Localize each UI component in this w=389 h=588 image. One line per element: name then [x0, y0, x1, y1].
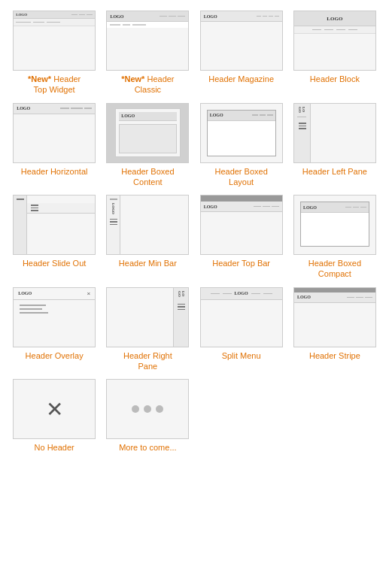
item-boxed-compact[interactable]: LOGO Header BoxedCompact: [291, 195, 378, 280]
label-boxed-compact: Header BoxedCompact: [308, 258, 361, 280]
item-no-header[interactable]: ✕ No Header: [11, 379, 98, 453]
dots-container: [132, 405, 163, 413]
item-magazine[interactable]: LOGO Header Magazine: [198, 11, 285, 95]
thumb-right-pane[interactable]: LOGO: [106, 287, 189, 347]
layout-grid: LOGO *New* HeaderTop Widget LOGO: [8, 8, 381, 456]
item-top-widget[interactable]: LOGO *New* HeaderTop Widget: [11, 11, 98, 95]
label-classic: *New* HeaderClassic: [121, 74, 174, 95]
label-split-menu: Split Menu: [222, 350, 261, 361]
thumb-boxed-compact[interactable]: LOGO: [293, 195, 376, 255]
item-left-pane[interactable]: LOGO Header Left Pane: [291, 103, 378, 188]
thumb-more[interactable]: [106, 379, 189, 439]
label-no-header: No Header: [35, 442, 74, 453]
label-block: Header Block: [310, 74, 360, 84]
label-left-pane: Header Left Pane: [302, 166, 367, 177]
thumb-boxed-layout[interactable]: LOGO: [200, 103, 283, 163]
item-right-pane[interactable]: LOGO Header RightPane: [104, 287, 191, 372]
thumb-left-pane[interactable]: LOGO: [293, 103, 376, 163]
label-top-widget: *New* HeaderTop Widget: [28, 74, 81, 95]
thumb-no-header[interactable]: ✕: [13, 379, 96, 439]
item-top-bar[interactable]: LOGO Header Top Bar: [198, 195, 285, 280]
label-magazine: Header Magazine: [208, 74, 274, 84]
dot-2: [144, 405, 151, 413]
label-overlay: Header Overlay: [26, 350, 84, 361]
x-icon: ✕: [46, 397, 63, 422]
dot-3: [156, 405, 163, 413]
label-stripe: Header Stripe: [309, 350, 360, 361]
dot-1: [132, 405, 139, 413]
thumb-classic[interactable]: LOGO: [106, 11, 189, 71]
item-more[interactable]: More to come...: [104, 379, 191, 453]
item-split-menu[interactable]: LOGO Split Menu: [198, 287, 285, 372]
label-slide-out: Header Slide Out: [23, 258, 86, 268]
thumb-top-bar[interactable]: LOGO: [200, 195, 283, 255]
label-more: More to come...: [119, 442, 176, 453]
label-right-pane: Header RightPane: [123, 350, 172, 372]
item-boxed-content[interactable]: LOGO Header BoxedContent: [104, 103, 191, 188]
thumb-overlay[interactable]: LOGO ×: [13, 287, 96, 347]
item-classic[interactable]: LOGO *New* HeaderClassic: [104, 11, 191, 95]
thumb-min-bar[interactable]: LOGO: [106, 195, 189, 255]
label-top-bar: Header Top Bar: [212, 258, 270, 268]
thumb-boxed-content[interactable]: LOGO: [106, 103, 189, 163]
label-boxed-layout: Header BoxedLayout: [214, 166, 267, 188]
label-horizontal: Header Horizontal: [21, 166, 88, 177]
thumb-horizontal[interactable]: LOGO: [13, 103, 96, 163]
thumb-split-menu[interactable]: LOGO: [200, 287, 283, 347]
item-stripe[interactable]: LOGO Header Stripe: [291, 287, 378, 372]
thumb-top-widget[interactable]: LOGO: [13, 11, 96, 71]
thumb-stripe[interactable]: LOGO: [293, 287, 376, 347]
thumb-magazine[interactable]: LOGO: [200, 11, 283, 71]
thumb-block[interactable]: LOGO: [293, 11, 376, 71]
label-boxed-content: Header BoxedContent: [121, 166, 174, 188]
item-min-bar[interactable]: LOGO Header Min Bar: [104, 195, 191, 280]
label-min-bar: Header Min Bar: [119, 258, 177, 268]
item-slide-out[interactable]: Header Slide Out: [11, 195, 98, 280]
item-block[interactable]: LOGO Header Block: [291, 11, 378, 95]
thumb-slide-out[interactable]: [13, 195, 96, 255]
item-horizontal[interactable]: LOGO Header Horizontal: [11, 103, 98, 188]
item-overlay[interactable]: LOGO × Header Overlay: [11, 287, 98, 372]
item-boxed-layout[interactable]: LOGO Header BoxedLayout: [198, 103, 285, 188]
